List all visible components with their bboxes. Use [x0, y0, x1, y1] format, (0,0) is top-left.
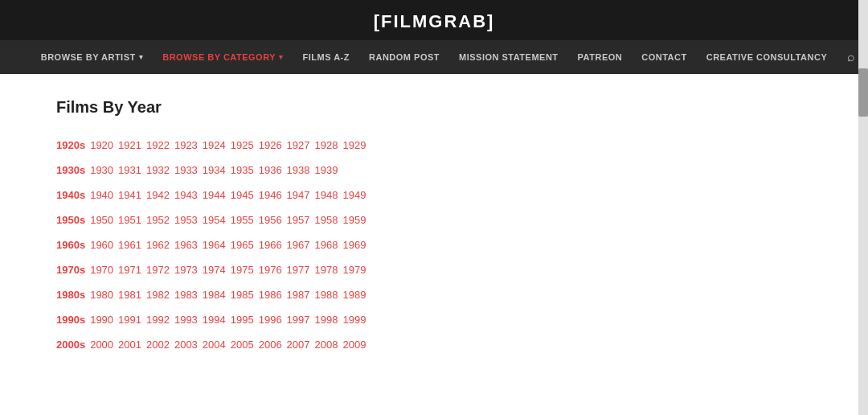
year-link[interactable]: 1928	[315, 139, 338, 151]
year-link[interactable]: 1947	[287, 189, 310, 201]
decade-link[interactable]: 1980s	[56, 289, 85, 301]
nav-link[interactable]: BROWSE BY CATEGORY ▾	[153, 40, 293, 74]
year-link[interactable]: 1976	[259, 264, 282, 276]
year-link[interactable]: 1945	[231, 189, 254, 201]
year-link[interactable]: 1974	[203, 264, 226, 276]
year-link[interactable]: 1973	[174, 264, 198, 276]
year-link[interactable]: 1989	[342, 289, 366, 301]
year-link[interactable]: 1998	[315, 314, 338, 326]
year-link[interactable]: 2003	[174, 339, 198, 351]
year-link[interactable]: 1991	[118, 314, 141, 326]
year-link[interactable]: 1939	[315, 164, 338, 176]
decade-link[interactable]: 1970s	[56, 264, 85, 276]
year-link[interactable]: 1941	[118, 189, 141, 201]
year-link[interactable]: 1980	[90, 289, 113, 301]
year-link[interactable]: 1934	[203, 164, 226, 176]
nav-link[interactable]: BROWSE BY ARTIST ▾	[31, 40, 154, 74]
year-link[interactable]: 1938	[287, 164, 310, 176]
year-link[interactable]: 1966	[259, 239, 282, 251]
year-link[interactable]: 1993	[174, 314, 198, 326]
decade-link[interactable]: 1990s	[56, 314, 85, 326]
year-link[interactable]: 1936	[259, 164, 282, 176]
decade-link[interactable]: 1940s	[56, 189, 85, 201]
scrollbar[interactable]	[858, 0, 868, 388]
year-link[interactable]: 1921	[118, 139, 141, 151]
year-link[interactable]: 1929	[342, 139, 366, 151]
year-link[interactable]: 1994	[203, 314, 226, 326]
year-link[interactable]: 1926	[259, 139, 282, 151]
year-link[interactable]: 1992	[146, 314, 170, 326]
nav-link[interactable]: CREATIVE CONSULTANCY	[697, 40, 837, 74]
year-link[interactable]: 1970	[90, 264, 113, 276]
year-link[interactable]: 1962	[146, 239, 170, 251]
year-link[interactable]: 1951	[118, 214, 141, 226]
year-link[interactable]: 1999	[342, 314, 366, 326]
year-link[interactable]: 1940	[90, 189, 113, 201]
year-link[interactable]: 2006	[259, 339, 282, 351]
year-link[interactable]: 1969	[342, 239, 366, 251]
year-link[interactable]: 1933	[174, 164, 198, 176]
nav-link[interactable]: CONTACT	[632, 40, 696, 74]
year-link[interactable]: 2001	[118, 339, 141, 351]
year-link[interactable]: 1925	[231, 139, 254, 151]
year-link[interactable]: 1956	[259, 214, 282, 226]
year-link[interactable]: 1977	[287, 264, 310, 276]
year-link[interactable]: 1944	[203, 189, 226, 201]
year-link[interactable]: 1957	[287, 214, 310, 226]
year-link[interactable]: 1981	[118, 289, 141, 301]
year-link[interactable]: 1924	[203, 139, 226, 151]
year-link[interactable]: 1984	[203, 289, 226, 301]
year-link[interactable]: 1961	[118, 239, 141, 251]
year-link[interactable]: 1948	[315, 189, 338, 201]
year-link[interactable]: 1979	[342, 264, 366, 276]
year-link[interactable]: 2008	[315, 339, 338, 351]
year-link[interactable]: 1972	[146, 264, 170, 276]
year-link[interactable]: 1971	[118, 264, 141, 276]
year-link[interactable]: 1950	[90, 214, 113, 226]
year-link[interactable]: 1997	[287, 314, 310, 326]
year-link[interactable]: 1967	[287, 239, 310, 251]
search-icon[interactable]: ⌕	[847, 50, 855, 64]
nav-link[interactable]: FILMS A-Z	[293, 40, 359, 74]
year-link[interactable]: 1922	[146, 139, 170, 151]
decade-link[interactable]: 1950s	[56, 214, 85, 226]
nav-link[interactable]: RANDOM POST	[359, 40, 449, 74]
year-link[interactable]: 1960	[90, 239, 113, 251]
year-link[interactable]: 1990	[90, 314, 113, 326]
year-link[interactable]: 1978	[315, 264, 338, 276]
year-link[interactable]: 1968	[315, 239, 338, 251]
year-link[interactable]: 1964	[203, 239, 226, 251]
year-link[interactable]: 1949	[342, 189, 366, 201]
year-link[interactable]: 1935	[231, 164, 254, 176]
year-link[interactable]: 1943	[174, 189, 198, 201]
year-link[interactable]: 1920	[90, 139, 113, 151]
year-link[interactable]: 1953	[174, 214, 198, 226]
decade-link[interactable]: 1920s	[56, 139, 85, 151]
year-link[interactable]: 2007	[287, 339, 310, 351]
year-link[interactable]: 1986	[259, 289, 282, 301]
year-link[interactable]: 1988	[315, 289, 338, 301]
year-link[interactable]: 1923	[174, 139, 198, 151]
year-link[interactable]: 1965	[231, 239, 254, 251]
decade-link[interactable]: 1960s	[56, 239, 85, 251]
year-link[interactable]: 1927	[287, 139, 310, 151]
decade-link[interactable]: 1930s	[56, 164, 85, 176]
year-link[interactable]: 2000	[90, 339, 113, 351]
year-link[interactable]: 1930	[90, 164, 113, 176]
year-link[interactable]: 1975	[231, 264, 254, 276]
year-link[interactable]: 1995	[231, 314, 254, 326]
decade-link[interactable]: 2000s	[56, 339, 85, 351]
year-link[interactable]: 1946	[259, 189, 282, 201]
year-link[interactable]: 1982	[146, 289, 170, 301]
nav-link[interactable]: PATREON	[568, 40, 633, 74]
year-link[interactable]: 1963	[174, 239, 198, 251]
year-link[interactable]: 1996	[259, 314, 282, 326]
nav-link[interactable]: MISSION STATEMENT	[449, 40, 568, 74]
year-link[interactable]: 2009	[342, 339, 366, 351]
year-link[interactable]: 1959	[342, 214, 366, 226]
year-link[interactable]: 2002	[146, 339, 170, 351]
year-link[interactable]: 1952	[146, 214, 170, 226]
year-link[interactable]: 1985	[231, 289, 254, 301]
year-link[interactable]: 1954	[203, 214, 226, 226]
year-link[interactable]: 1942	[146, 189, 170, 201]
